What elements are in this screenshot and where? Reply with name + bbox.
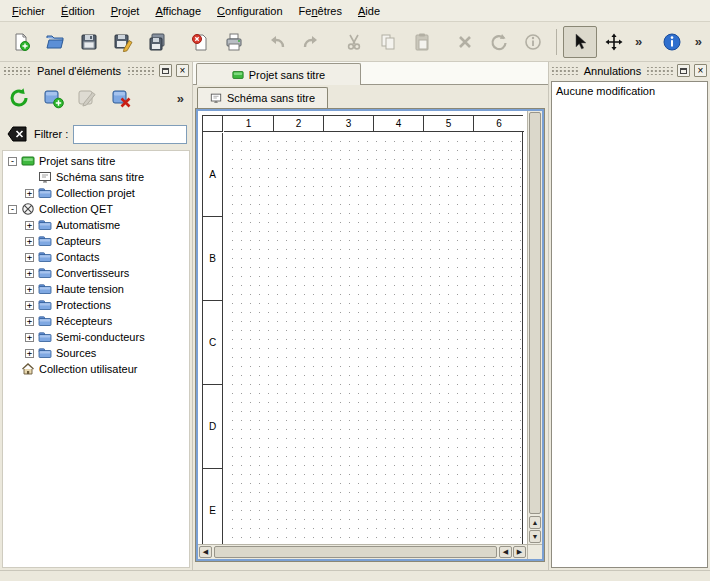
expand-icon[interactable]: + <box>25 269 34 278</box>
tab-project[interactable]: Projet sans titre <box>196 63 361 85</box>
tree-item-automatisme[interactable]: +Automatisme <box>3 217 189 233</box>
menu-configuration[interactable]: Configuration <box>209 2 290 20</box>
save-as-button[interactable] <box>106 26 140 58</box>
schema-canvas[interactable]: 1 2 3 4 5 6 A B C <box>198 111 527 544</box>
elements-tree: -Projet sans titre Schéma sans titre +Co… <box>2 150 190 568</box>
expand-icon[interactable]: + <box>25 285 34 294</box>
filter-input[interactable] <box>73 125 187 144</box>
collapse-icon[interactable]: - <box>8 157 17 166</box>
new-document-icon <box>11 32 31 52</box>
delete-element-button[interactable] <box>106 83 136 113</box>
edit-element-button[interactable] <box>72 83 102 113</box>
tree-item-label: Sources <box>56 347 96 359</box>
tree-item-collection-projet[interactable]: +Collection projet <box>3 185 189 201</box>
tree-item-collection-qet[interactable]: -Collection QET <box>3 201 189 217</box>
undo-history-list[interactable]: Aucune modification <box>551 81 708 568</box>
dock-close-button[interactable]: × <box>694 64 707 77</box>
schema-tab-label: Schéma sans titre <box>227 92 315 104</box>
redo-button[interactable] <box>294 26 328 58</box>
scroll-right-button[interactable]: ▶ <box>513 546 526 558</box>
menu-aide[interactable]: Aide <box>350 2 388 20</box>
new-document-button[interactable] <box>4 26 38 58</box>
dock-float-button[interactable] <box>159 64 172 77</box>
menu-fenetres[interactable]: Fenêtres <box>291 2 350 20</box>
tree-item-sources[interactable]: +Sources <box>3 345 189 361</box>
tree-item-collection-utilisateur[interactable]: Collection utilisateur <box>3 361 189 377</box>
expand-icon[interactable]: + <box>25 301 34 310</box>
folder-icon <box>38 250 52 264</box>
save-all-button[interactable] <box>140 26 174 58</box>
scroll-left-button-2[interactable]: ◀ <box>499 546 512 558</box>
delete-button[interactable] <box>448 26 482 58</box>
copy-icon <box>378 32 398 52</box>
horizontal-scrollbar[interactable]: ◀ ◀ ▶ <box>198 544 527 559</box>
expand-icon[interactable]: + <box>25 221 34 230</box>
cut-button[interactable] <box>337 26 371 58</box>
tree-item-semi-conducteurs[interactable]: +Semi-conducteurs <box>3 329 189 345</box>
tree-item-recepteurs[interactable]: +Récepteurs <box>3 313 189 329</box>
paste-button[interactable] <box>405 26 439 58</box>
tree-item-capteurs[interactable]: +Capteurs <box>3 233 189 249</box>
menu-affichage[interactable]: Affichage <box>147 2 209 20</box>
dock-grip[interactable] <box>647 67 673 75</box>
vertical-scrollbar[interactable]: ▲ ▼ <box>527 111 542 544</box>
scroll-left-button[interactable]: ◀ <box>199 546 212 558</box>
filter-row: Filtrer : <box>0 121 192 147</box>
reload-collections-button[interactable] <box>4 83 34 113</box>
tab-schema[interactable]: Schéma sans titre <box>197 87 328 108</box>
panel-overflow-chevron[interactable]: » <box>173 91 188 106</box>
menu-fichier[interactable]: Fichier <box>4 2 53 20</box>
tree-item-haute-tension[interactable]: +Haute tension <box>3 281 189 297</box>
element-info-button[interactable] <box>516 26 550 58</box>
expand-icon[interactable]: + <box>25 189 34 198</box>
new-element-button[interactable] <box>38 83 68 113</box>
dock-float-button[interactable] <box>677 64 690 77</box>
toolbar-overflow-chevron[interactable]: » <box>631 34 646 49</box>
about-info-button[interactable] <box>655 26 689 58</box>
expand-icon[interactable]: + <box>25 317 34 326</box>
clear-filter-icon <box>7 126 27 142</box>
collapse-icon[interactable]: - <box>8 205 17 214</box>
select-tool-button[interactable] <box>563 26 597 58</box>
print-button[interactable] <box>217 26 251 58</box>
dock-grip[interactable] <box>3 67 31 75</box>
save-button[interactable] <box>72 26 106 58</box>
tree-item-project[interactable]: -Projet sans titre <box>3 153 189 169</box>
dock-grip[interactable] <box>552 67 578 75</box>
copy-button[interactable] <box>371 26 405 58</box>
tree-item-label: Collection projet <box>56 187 135 199</box>
ruler-row: E <box>203 469 223 544</box>
menu-projet[interactable]: Projet <box>103 2 148 20</box>
rotate-button[interactable] <box>482 26 516 58</box>
toolbar-overflow-chevron-2[interactable]: » <box>691 34 706 49</box>
tree-item-convertisseurs[interactable]: +Convertisseurs <box>3 265 189 281</box>
tree-item-schema[interactable]: Schéma sans titre <box>3 169 189 185</box>
edit-element-icon <box>76 87 98 109</box>
move-tool-button[interactable] <box>597 26 631 58</box>
schema-grid[interactable] <box>224 133 523 544</box>
expand-icon[interactable]: + <box>25 333 34 342</box>
ruler-row: A <box>203 133 223 217</box>
scroll-down-button[interactable]: ▼ <box>529 530 541 543</box>
menu-edition[interactable]: Édition <box>53 2 103 20</box>
open-project-button[interactable] <box>38 26 72 58</box>
dock-grip[interactable] <box>127 67 155 75</box>
vertical-scrollbar-thumb[interactable] <box>529 112 541 514</box>
undo-button[interactable] <box>260 26 294 58</box>
expand-icon[interactable]: + <box>25 253 34 262</box>
scroll-up-button[interactable]: ▲ <box>529 516 541 529</box>
expand-icon[interactable]: + <box>25 349 34 358</box>
tree-item-protections[interactable]: +Protections <box>3 297 189 313</box>
schema-icon <box>38 170 52 184</box>
print-icon <box>224 32 244 52</box>
expand-icon[interactable]: + <box>25 237 34 246</box>
horizontal-scrollbar-thumb[interactable] <box>214 546 497 558</box>
tree-item-label: Protections <box>56 299 111 311</box>
toolbar-separator <box>556 29 557 55</box>
tree-item-contacts[interactable]: +Contacts <box>3 249 189 265</box>
close-document-button[interactable] <box>183 26 217 58</box>
ruler-column: 2 <box>274 116 324 132</box>
clear-filter-button[interactable] <box>5 125 29 143</box>
column-ruler: 1 2 3 4 5 6 <box>224 116 524 132</box>
dock-close-button[interactable]: × <box>176 64 189 77</box>
